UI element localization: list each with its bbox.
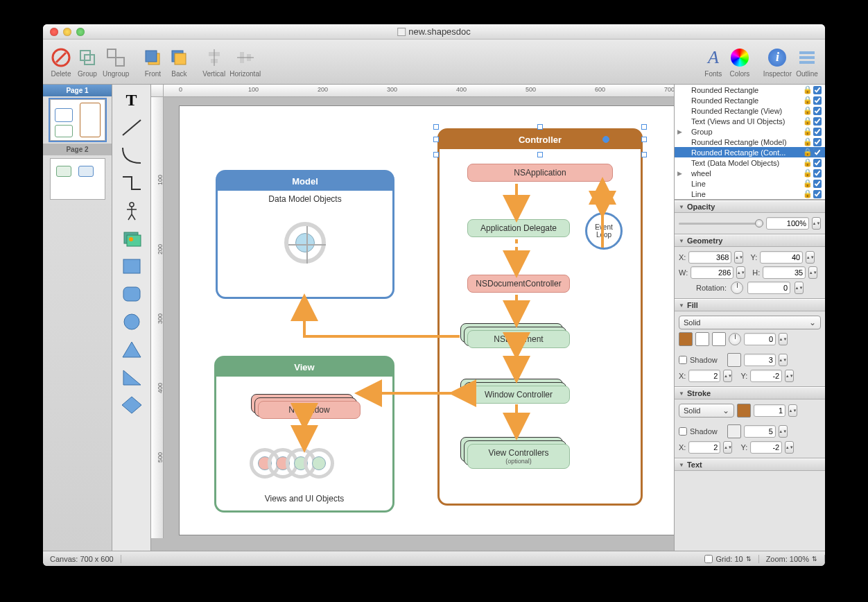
outline-row[interactable]: Text (Views and UI Objects)🔒 (675, 116, 825, 126)
geom-y-input[interactable] (760, 251, 803, 264)
curve-tool[interactable] (116, 143, 147, 168)
right-triangle-tool[interactable] (116, 365, 147, 390)
window-title: new.shapesdoc (397, 26, 471, 37)
image-tool[interactable] (116, 226, 147, 251)
outline-row[interactable]: ▶wheel🔒 (675, 168, 825, 178)
outline-row[interactable]: Rounded Rectangle (Cont...🔒 (675, 147, 825, 157)
line-tool[interactable] (116, 115, 147, 140)
outline-list[interactable]: Rounded Rectangle🔒Rounded Rectangle🔒Roun… (675, 85, 825, 200)
page-1-thumbnail[interactable] (50, 99, 105, 141)
text-section: Text (675, 458, 825, 471)
outline-row[interactable]: Rounded Rectangle🔒 (675, 85, 825, 95)
align-horizontal-button[interactable]: Horizontal (229, 46, 261, 78)
fill-shadow-checkbox[interactable] (679, 356, 687, 364)
fill-shadow-blur[interactable] (744, 354, 776, 366)
page-2-thumbnail[interactable] (50, 158, 105, 200)
front-button[interactable]: Front (141, 46, 164, 78)
svg-rect-17 (799, 56, 815, 59)
stroke-shadow-x[interactable] (688, 441, 720, 454)
window-controller-stack[interactable]: Window Controller (467, 386, 570, 406)
svg-rect-29 (123, 287, 140, 301)
svg-line-19 (123, 120, 141, 135)
svg-line-24 (132, 214, 135, 220)
stroke-width-input[interactable] (754, 404, 785, 417)
ungroup-button[interactable]: Ungroup (103, 46, 129, 78)
zoom-button[interactable] (76, 28, 85, 36)
rotation-dial[interactable] (731, 282, 743, 294)
model-group[interactable]: Model Data Model Objects (216, 170, 394, 299)
align-vertical-button[interactable]: Vertical (202, 46, 225, 78)
event-loop-node[interactable]: Event Loop (585, 212, 623, 250)
fill-section: Fill Solid ▲▼ Shadow▲▼ X:▲▼Y:▲▼ (675, 298, 825, 386)
fill-shadow-y[interactable] (750, 370, 782, 382)
zoom-control[interactable]: Zoom: 100%⇅ (759, 555, 825, 563)
circle-tool[interactable] (116, 309, 147, 334)
geom-h-input[interactable] (763, 266, 806, 279)
opacity-slider[interactable] (679, 218, 763, 228)
fonts-button[interactable]: A Fonts (702, 46, 724, 78)
grid-toggle[interactable]: Grid: 10⇅ (697, 555, 758, 563)
delete-button[interactable]: Delete (50, 46, 72, 78)
triangle-tool[interactable] (116, 337, 147, 362)
close-button[interactable] (50, 28, 58, 36)
ui-objects-wheels (250, 448, 334, 479)
diamond-tool[interactable] (116, 393, 147, 418)
svg-point-20 (130, 203, 134, 207)
minimize-button[interactable] (63, 28, 71, 36)
fill-shadow-x[interactable] (688, 370, 720, 382)
opacity-input[interactable] (766, 217, 809, 230)
back-button[interactable]: Back (168, 46, 190, 78)
step-line-tool[interactable] (116, 171, 147, 196)
model-subtitle: Data Model Objects (218, 190, 392, 204)
nswindow-stack[interactable]: NSWindow (258, 401, 361, 422)
outline-row[interactable]: Rounded Rectangle (View)🔒 (675, 105, 825, 116)
model-header: Model (217, 171, 393, 191)
document-icon (397, 28, 406, 36)
view-controllers-stack[interactable]: View Controllers(optional) (467, 444, 570, 469)
outline-row[interactable]: ▶Group🔒 (675, 126, 825, 137)
svg-line-23 (128, 214, 132, 220)
stroke-shadow-y[interactable] (750, 441, 782, 454)
rotation-input[interactable] (747, 282, 790, 294)
nsapplication-node[interactable]: NSApplication (467, 164, 613, 182)
stroke-type-dropdown[interactable]: Solid (679, 404, 734, 418)
nsdocument-stack[interactable]: NSDocument (467, 330, 570, 351)
group-button[interactable]: Group (76, 46, 98, 78)
page-2-header[interactable]: Page 2 (43, 144, 112, 155)
nsdocumentcontroller-node[interactable]: NSDocumentController (467, 275, 570, 293)
outline-row[interactable]: Rounded Rectangle🔒 (675, 95, 825, 105)
text-tool[interactable]: T (116, 87, 147, 112)
rounded-rect-tool[interactable] (116, 282, 147, 307)
stroke-shadow-checkbox[interactable] (679, 427, 687, 436)
outline-row[interactable]: Line🔒 (675, 189, 825, 199)
traffic-lights (43, 28, 85, 36)
stroke-color-swatch[interactable] (737, 404, 751, 418)
application-delegate-node[interactable]: Application Delegate (467, 219, 570, 237)
opacity-section: Opacity ▲▼ (675, 200, 825, 234)
outline-row[interactable]: Text (Data Model Objects)🔒 (675, 157, 825, 168)
geom-x-input[interactable] (688, 251, 731, 264)
colors-button[interactable]: Colors (729, 46, 751, 78)
outline-button[interactable]: Outline (796, 46, 818, 78)
opacity-stepper[interactable]: ▲▼ (812, 217, 821, 230)
geometry-section: Geometry X:▲▼Y:▲▼ W:▲▼H:▲▼ Rotation:▲▼ (675, 234, 825, 298)
svg-point-30 (124, 314, 139, 329)
rectangle-tool[interactable] (116, 254, 147, 279)
fill-color-swatch[interactable] (679, 332, 693, 346)
svg-rect-28 (123, 259, 140, 273)
view-group[interactable]: View NSWindow Views and UI Objects (214, 356, 394, 513)
fill-angle-input[interactable] (744, 333, 776, 345)
stick-figure-tool[interactable] (116, 198, 147, 223)
canvas[interactable]: Model Data Model Objects Controller NSAp… (179, 105, 674, 535)
outline-row[interactable]: Rounded Rectangle (Model)🔒 (675, 137, 825, 147)
outline-row[interactable]: Line🔒 (675, 178, 825, 189)
svg-line-1 (56, 53, 66, 62)
canvas-area[interactable]: 0100200300400500600700 100200300400500 M… (151, 85, 674, 551)
fill-type-dropdown[interactable]: Solid (679, 316, 821, 329)
svg-marker-33 (122, 397, 141, 413)
inspector-button[interactable]: i Inspector (763, 46, 792, 78)
geom-w-input[interactable] (691, 266, 734, 279)
stroke-shadow-blur[interactable] (744, 425, 776, 438)
controller-group[interactable]: Controller NSApplication Application Del… (437, 128, 643, 506)
page-1-header[interactable]: Page 1 (43, 85, 112, 96)
